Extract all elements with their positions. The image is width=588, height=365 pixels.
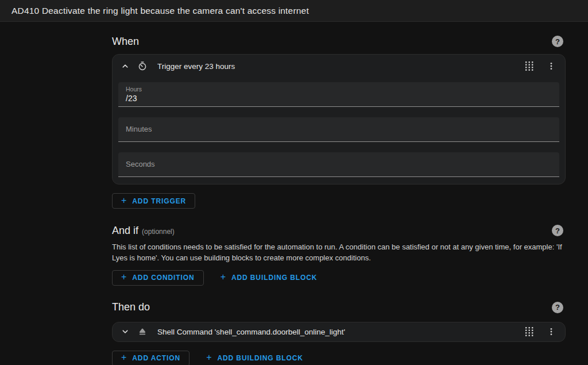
then-do-heading-text: Then do [112,301,150,313]
plus-icon: + [121,353,127,362]
action-card-actions [521,324,559,340]
plus-icon: + [121,196,127,205]
add-building-block-button-conditions[interactable]: + ADD BUILDING BLOCK [212,270,326,286]
seconds-field-label: Seconds [118,152,559,176]
trigger-card-title: Trigger every 23 hours [157,62,235,71]
plus-icon: + [220,272,226,282]
drag-handle-icon[interactable] [521,324,537,340]
chevron-up-icon [120,61,130,71]
then-do-help-icon[interactable]: ? [552,302,563,313]
chevron-down-icon [120,326,130,337]
add-action-label: ADD ACTION [132,354,180,362]
then-do-buttons-row: + ADD ACTION + ADD BUILDING BLOCK [112,351,566,365]
and-if-heading-text: And if [112,225,138,237]
trigger-overflow-menu-icon[interactable] [543,58,559,74]
and-if-heading: And if (optionnel) [112,225,175,237]
drag-handle-icon[interactable] [521,58,537,74]
then-do-section: Then do ? Shell Command 's [112,301,566,365]
when-section-header: When ? [112,35,566,48]
when-section: When ? Trigge [112,35,566,209]
automation-editor: When ? Trigge [112,22,566,365]
time-pattern-fields: Hours /23 Minutes Seconds [113,78,565,184]
add-building-block-label: ADD BUILDING BLOCK [217,354,303,362]
and-if-section-header: And if (optionnel) ? [112,224,566,237]
trigger-card-header: Trigger every 23 hours [113,55,565,78]
seconds-field[interactable]: Seconds [118,152,559,177]
add-action-button[interactable]: + ADD ACTION [112,351,189,365]
action-card-title: Shell Command 'shell_command.doorbell_on… [157,328,345,336]
then-do-section-header: Then do ? [112,301,566,314]
shell-command-icon [134,324,150,340]
when-buttons-row: + ADD TRIGGER [112,193,566,209]
and-if-section: And if (optionnel) ? This list of condit… [112,224,566,286]
plus-icon: + [121,272,127,282]
add-building-block-label: ADD BUILDING BLOCK [231,274,318,282]
plus-icon: + [206,353,212,362]
trigger-card-actions [521,58,559,74]
automation-title: AD410 Deactivate the ring light because … [11,6,309,16]
timer-icon [134,58,150,74]
hours-field-label: Hours [118,82,559,93]
help-glyph: ? [555,226,560,235]
add-condition-label: ADD CONDITION [132,274,194,282]
and-if-buttons-row: + ADD CONDITION + ADD BUILDING BLOCK [112,270,566,286]
conditions-description: This list of conditions needs to be sati… [112,242,566,264]
when-help-icon[interactable]: ? [552,36,563,47]
minutes-field-label: Minutes [118,117,559,141]
help-glyph: ? [555,37,560,46]
hours-field-value: /23 [118,93,559,102]
trigger-card: Trigger every 23 hours [112,54,566,185]
help-glyph: ? [555,303,560,312]
action-overflow-menu-icon[interactable] [543,324,559,340]
then-do-heading: Then do [112,301,150,313]
and-if-optional-suffix: (optionnel) [142,228,175,236]
hours-field[interactable]: Hours /23 [118,82,559,107]
add-trigger-label: ADD TRIGGER [132,197,186,205]
when-heading-text: When [112,36,139,48]
and-if-help-icon[interactable]: ? [552,225,563,236]
minutes-field[interactable]: Minutes [118,117,559,142]
top-bar: AD410 Deactivate the ring light because … [0,0,588,22]
add-building-block-button-actions[interactable]: + ADD BUILDING BLOCK [198,351,312,365]
action-card-header: Shell Command 'shell_command.doorbell_on… [113,322,565,341]
collapse-trigger-button[interactable] [117,58,133,74]
action-card: Shell Command 'shell_command.doorbell_on… [112,322,566,342]
when-heading: When [112,36,139,48]
add-condition-button[interactable]: + ADD CONDITION [112,270,204,286]
add-trigger-button[interactable]: + ADD TRIGGER [112,193,195,209]
expand-action-button[interactable] [117,324,133,340]
